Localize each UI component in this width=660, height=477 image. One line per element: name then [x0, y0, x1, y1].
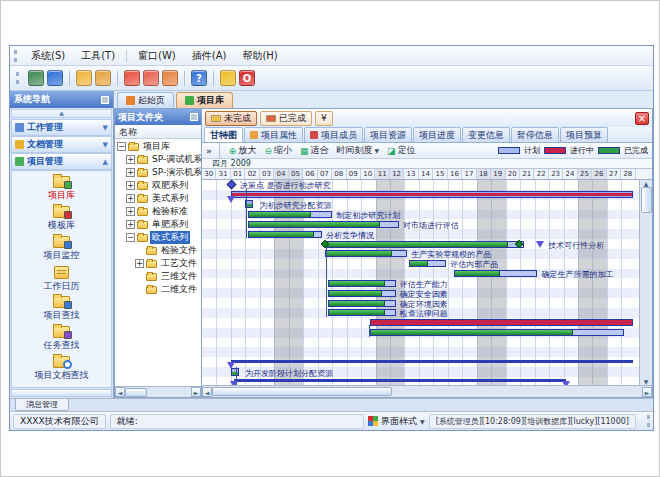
filter-button-0[interactable]: 未完成	[205, 111, 257, 126]
menu-item-3[interactable]: 插件(A)	[184, 47, 235, 65]
lock-icon[interactable]	[220, 70, 236, 86]
tree-node-4[interactable]: +美式系列	[115, 192, 201, 205]
tree-node-2[interactable]: +SP-演示机系列	[115, 166, 201, 179]
tree-toggle-icon[interactable]: +	[126, 194, 135, 203]
gantt-tab-5[interactable]: 变更信息	[462, 127, 510, 142]
tree-toggle-icon[interactable]: +	[126, 207, 135, 216]
tree-toggle-icon[interactable]: +	[126, 181, 135, 190]
sidebar-item-6[interactable]: 项目文档查找	[12, 354, 111, 384]
gantt-tab-3[interactable]: 项目资源	[364, 127, 412, 142]
vertical-scroll-thumb[interactable]	[641, 187, 652, 213]
gantt-chart[interactable]: 决策点 是否进行初步研究为初步研究分配资源制定初步研究计划对市场进行评估分析竞争…	[202, 180, 639, 385]
zoom-in-button-label: 放大	[238, 144, 256, 157]
toolbar-overflow-chevron[interactable]: »	[206, 146, 212, 156]
ui-style-button[interactable]: 界面样式 ▼	[368, 415, 425, 428]
zoom-out-button[interactable]: ⊖缩小	[262, 144, 294, 157]
task-label: 为开发阶段计划分配资源	[245, 369, 333, 378]
sidebar-item-label: 项目文档查找	[35, 370, 89, 380]
menubar-grip[interactable]	[14, 50, 19, 62]
pin-icon[interactable]	[101, 96, 109, 104]
gantt-tab-0[interactable]: 甘特图	[204, 127, 243, 142]
fit-button[interactable]: ▦适合	[298, 144, 331, 157]
sidebar-group-0[interactable]: 工作管理▼	[11, 119, 112, 136]
tree-scroll-thumb[interactable]	[125, 388, 147, 397]
menu-item-0[interactable]: 系统(S)	[23, 47, 73, 65]
tree-node-6[interactable]: +单肥系列	[115, 218, 201, 231]
doc-tab-1[interactable]: 项目库	[176, 92, 233, 108]
tree-toggle-icon[interactable]: +	[126, 220, 135, 229]
tree-toggle-icon[interactable]: +	[126, 168, 135, 177]
sidebar-item-label: 任务查找	[44, 340, 80, 350]
menu-item-2[interactable]: 窗口(W)	[130, 47, 184, 65]
gantt-vertical-scrollbar[interactable]: ▲ ▼	[639, 180, 652, 385]
resize-grip[interactable]	[640, 415, 650, 427]
schedule-edit-icon[interactable]	[162, 70, 178, 86]
tree-pin-icon[interactable]	[190, 113, 198, 121]
globe-icon[interactable]	[47, 70, 63, 86]
gantt-scroll-thumb[interactable]	[212, 387, 392, 396]
schedule-alert-icon[interactable]	[143, 70, 159, 86]
sidebar-item-0[interactable]: 项目库	[12, 174, 111, 204]
sidebar-item-2[interactable]: 项目监控	[12, 234, 111, 264]
gantt-tab-1[interactable]: 项目属性	[244, 127, 303, 142]
toolbar-grip[interactable]	[16, 72, 21, 84]
gantt-tab-4[interactable]: 项目进度	[413, 127, 461, 142]
sidebar-group-1[interactable]: 文档管理▼	[11, 136, 112, 153]
style-palette-icon	[368, 416, 378, 426]
menu-item-1[interactable]: 工具(T)	[73, 47, 123, 65]
tree-node-5[interactable]: +检验标准	[115, 205, 201, 218]
menu-item-4[interactable]: 帮助(H)	[234, 47, 285, 65]
scroll-down-arrow-icon[interactable]: ▼	[644, 378, 649, 385]
sidebar-bottom-group[interactable]	[11, 389, 112, 397]
doc-tab-0[interactable]: 起始页	[117, 92, 174, 108]
filter-button-1[interactable]: 已完成	[260, 111, 312, 126]
sidebar-group-2[interactable]: 项目管理▲	[11, 153, 112, 170]
day-header-cell: 12	[390, 169, 404, 179]
gantt-scroll-left-icon[interactable]: ◄	[202, 387, 212, 397]
tree-horizontal-scrollbar[interactable]: ◄ ►	[115, 386, 201, 397]
tree-node-1[interactable]: +SP-调试机系列	[115, 153, 201, 166]
gantt-tab-2[interactable]: 项目成员	[304, 127, 363, 142]
filter-button-2[interactable]: ¥	[315, 111, 333, 126]
scroll-right-arrow-icon[interactable]: ►	[191, 387, 201, 397]
gantt-horizontal-scrollbar[interactable]: ◄ ►	[202, 385, 652, 397]
tree-toggle-icon[interactable]: −	[126, 233, 135, 242]
tree-node-7[interactable]: −欧式系列	[115, 231, 201, 244]
task-bar	[370, 329, 624, 336]
zoom-in-button[interactable]: ⊕放大	[227, 144, 259, 157]
folder-icon	[137, 208, 148, 216]
schedule-icon[interactable]	[124, 70, 140, 86]
stop-icon[interactable]: O	[239, 70, 255, 86]
sidebar-item-4[interactable]: 项目查找	[12, 294, 111, 324]
message-management-tab[interactable]: 消息管理	[15, 399, 69, 411]
sidebar-item-1[interactable]: 模板库	[12, 204, 111, 234]
folder-window-icon[interactable]	[95, 70, 111, 86]
tree-node-9[interactable]: +工艺文件	[115, 257, 201, 270]
tree-node-8[interactable]: 检验文件	[115, 244, 201, 257]
tree-node-3[interactable]: +双肥系列	[115, 179, 201, 192]
sidebar-item-3[interactable]: 工作日历	[12, 264, 111, 294]
gantt-tab-7[interactable]: 项目预算	[560, 127, 608, 142]
locate-button[interactable]: ◪定位	[385, 144, 418, 157]
open-folder-icon[interactable]	[76, 70, 92, 86]
sidebar-collapse-button[interactable]: ▲	[11, 109, 112, 118]
tree-node-0[interactable]: −项目库	[115, 140, 201, 153]
legend-label-0: 计划	[524, 145, 540, 156]
gantt-scroll-right-icon[interactable]: ►	[642, 387, 652, 397]
scroll-left-arrow-icon[interactable]: ◄	[115, 387, 125, 397]
tree-toggle-icon[interactable]: +	[135, 259, 144, 268]
monitor-icon[interactable]	[28, 70, 44, 86]
tree-node-label: 美式系列	[150, 192, 190, 205]
close-panel-button[interactable]: ×	[635, 112, 649, 125]
day-header-cell: 11	[375, 169, 389, 179]
scroll-up-arrow-icon[interactable]: ▲	[644, 180, 649, 187]
help-icon[interactable]: ?	[191, 70, 207, 86]
tree-toggle-icon[interactable]: +	[126, 155, 135, 164]
tree-node-10[interactable]: 三维文件	[115, 270, 201, 283]
timescale-button[interactable]: 时间刻度▼	[334, 144, 381, 157]
sidebar-item-5[interactable]: 任务查找	[12, 324, 111, 354]
grid-line	[462, 180, 463, 385]
tree-node-11[interactable]: 二维文件	[115, 283, 201, 296]
tree-toggle-icon[interactable]: −	[117, 142, 126, 151]
gantt-tab-6[interactable]: 暂停信息	[511, 127, 559, 142]
